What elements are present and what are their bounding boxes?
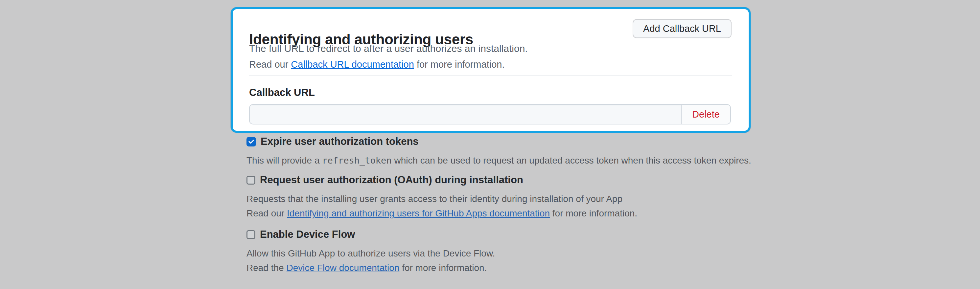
device-flow-documentation-link[interactable]: Device Flow documentation xyxy=(286,263,399,273)
callback-url-documentation-link[interactable]: Callback URL documentation xyxy=(291,59,414,70)
description-prefix: This will provide a xyxy=(247,155,322,165)
option-expire-tokens: Expire user authorization tokens This wi… xyxy=(247,136,751,166)
device-flow-label[interactable]: Enable Device Flow xyxy=(260,229,355,240)
oauth-docs-line: Read our Identifying and authorizing use… xyxy=(247,208,637,219)
oauth-during-install-checkbox[interactable] xyxy=(247,176,255,184)
expire-tokens-label[interactable]: Expire user authorization tokens xyxy=(261,136,419,148)
section-description: The full URL to redirect to after a user… xyxy=(249,43,528,54)
add-callback-url-button[interactable]: Add Callback URL xyxy=(633,19,732,38)
description-suffix: which can be used to request an updated … xyxy=(392,155,751,165)
callback-docs-line: Read our Callback URL documentation for … xyxy=(249,59,504,70)
callback-url-label: Callback URL xyxy=(249,87,315,98)
docs-line-suffix: for more information. xyxy=(414,59,505,70)
docs-line-suffix: for more information. xyxy=(550,208,637,218)
identifying-authorizing-docs-link[interactable]: Identifying and authorizing users for Gi… xyxy=(287,208,550,218)
callback-url-input-group: Delete xyxy=(249,104,731,124)
page: Identifying and authorizing users Add Ca… xyxy=(0,0,980,289)
option-row: Enable Device Flow xyxy=(247,229,495,240)
delete-callback-url-button[interactable]: Delete xyxy=(681,105,730,124)
device-flow-docs-line: Read the Device Flow documentation for m… xyxy=(247,263,495,273)
device-flow-checkbox[interactable] xyxy=(247,230,255,239)
oauth-during-install-label[interactable]: Request user authorization (OAuth) durin… xyxy=(260,174,523,186)
option-device-flow: Enable Device Flow Allow this GitHub App… xyxy=(247,229,495,273)
expire-tokens-checkbox[interactable] xyxy=(247,137,256,146)
refresh-token-code: refresh_token xyxy=(322,155,391,165)
expire-tokens-description: This will provide a refresh_token which … xyxy=(247,155,751,166)
oauth-during-install-description: Requests that the installing user grants… xyxy=(247,194,637,204)
option-row: Request user authorization (OAuth) durin… xyxy=(247,174,637,186)
docs-line-suffix: for more information. xyxy=(399,263,487,273)
device-flow-description: Allow this GitHub App to authorize users… xyxy=(247,248,495,259)
callback-url-section: Identifying and authorizing users Add Ca… xyxy=(231,7,751,133)
callback-url-input[interactable] xyxy=(250,105,681,124)
checkmark-icon xyxy=(248,138,255,145)
option-oauth-during-install: Request user authorization (OAuth) durin… xyxy=(247,174,637,219)
divider xyxy=(249,76,732,76)
docs-line-prefix: Read the xyxy=(247,263,286,273)
docs-line-prefix: Read our xyxy=(247,208,287,218)
option-row: Expire user authorization tokens xyxy=(247,136,751,148)
docs-line-prefix: Read our xyxy=(249,59,291,70)
